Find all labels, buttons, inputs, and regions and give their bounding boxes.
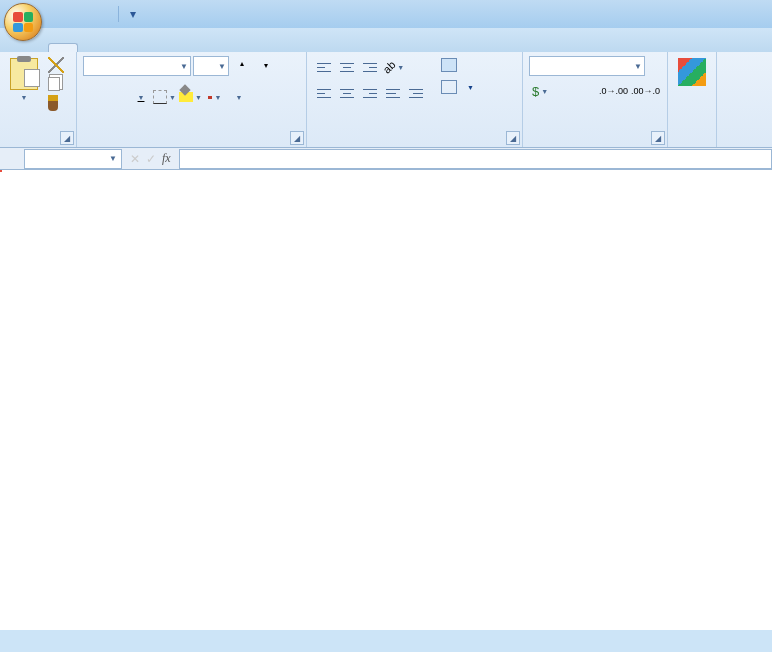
fx-button[interactable]: fx: [162, 151, 171, 166]
wrap-text-button[interactable]: [437, 56, 478, 74]
cancel-icon: ✕: [130, 152, 140, 166]
increase-indent-icon: [408, 86, 424, 100]
name-box[interactable]: ▼: [24, 149, 122, 169]
orientation-icon: ab: [381, 58, 398, 75]
office-button[interactable]: [4, 3, 42, 41]
align-bottom-icon: [362, 60, 378, 74]
increase-decimal-button[interactable]: .0→.00: [598, 80, 629, 102]
font-dialog-launcher[interactable]: ◢: [290, 131, 304, 145]
tab-formula[interactable]: [134, 44, 162, 52]
undo-button[interactable]: [72, 4, 92, 24]
align-top-icon: [316, 60, 332, 74]
tab-view[interactable]: [218, 44, 246, 52]
tab-home[interactable]: [48, 43, 78, 52]
align-right-button[interactable]: [359, 82, 381, 104]
italic-button[interactable]: [106, 86, 128, 108]
decrease-indent-button[interactable]: [382, 82, 404, 104]
border-button[interactable]: ▼: [152, 86, 177, 108]
redo-button[interactable]: [94, 4, 114, 24]
ribbon: ▼ ◢ ▼ ▼ ▴ ▾ ▼ ▼ ▼ ▼: [0, 52, 772, 148]
ribbon-tabs: [0, 28, 772, 52]
bold-button[interactable]: [83, 86, 105, 108]
border-icon: [153, 90, 167, 104]
tab-data[interactable]: [162, 44, 190, 52]
fill-color-button[interactable]: ▼: [178, 86, 203, 108]
clipboard-dialog-launcher[interactable]: ◢: [60, 131, 74, 145]
underline-button[interactable]: ▼: [129, 86, 151, 108]
cut-button[interactable]: [46, 56, 70, 74]
enter-icon: ✓: [146, 152, 156, 166]
grow-font-button[interactable]: ▴: [231, 56, 253, 78]
group-label: [83, 141, 300, 145]
decrease-indent-icon: [385, 86, 401, 100]
format-painter-button[interactable]: [46, 94, 70, 112]
separator: [118, 6, 119, 22]
align-center-icon: [339, 86, 355, 100]
copy-icon: [48, 77, 60, 91]
group-label: [529, 141, 661, 145]
fill-icon: [179, 92, 193, 102]
copy-button[interactable]: [46, 76, 70, 92]
align-left-button[interactable]: [313, 82, 335, 104]
shrink-font-button[interactable]: ▾: [255, 56, 277, 78]
align-right-icon: [362, 86, 378, 100]
phonetic-button[interactable]: ▼: [227, 86, 249, 108]
align-top-button[interactable]: [313, 56, 335, 78]
group-label: [313, 141, 516, 145]
quick-access-toolbar: ▾: [50, 4, 143, 24]
tab-layout[interactable]: [106, 44, 134, 52]
dec-dec-icon: .00→.0: [631, 86, 660, 96]
formula-bar: ▼ ✕ ✓ fx: [0, 148, 772, 170]
group-alignment: ab▼ ▼ ◢: [307, 52, 523, 147]
paste-icon: [10, 58, 38, 90]
percent-button[interactable]: [552, 80, 574, 102]
currency-icon: $: [532, 84, 539, 99]
group-number: ▼ $▼ .0→.00 .00→.0 ◢: [523, 52, 668, 147]
tab-insert[interactable]: [78, 44, 106, 52]
annotation-box: [0, 170, 2, 172]
font-name-combo[interactable]: ▼: [83, 56, 191, 76]
align-middle-button[interactable]: [336, 56, 358, 78]
align-middle-icon: [339, 60, 355, 74]
title-bar: ▾: [0, 0, 772, 28]
align-bottom-button[interactable]: [359, 56, 381, 78]
save-button[interactable]: [50, 4, 70, 24]
inc-dec-icon: .0→.00: [599, 86, 628, 96]
increase-indent-button[interactable]: [405, 82, 427, 104]
currency-button[interactable]: $▼: [529, 80, 551, 102]
font-color-button[interactable]: ▼: [204, 86, 226, 108]
number-format-combo[interactable]: ▼: [529, 56, 645, 76]
group-clipboard: ▼ ◢: [0, 52, 77, 147]
qat-customize[interactable]: ▾: [123, 4, 143, 24]
formula-input[interactable]: [179, 149, 772, 169]
font-size-combo[interactable]: ▼: [193, 56, 229, 76]
align-center-button[interactable]: [336, 82, 358, 104]
wrap-icon: [441, 58, 457, 72]
number-dialog-launcher[interactable]: ◢: [651, 131, 665, 145]
comma-button[interactable]: [575, 80, 597, 102]
merge-icon: [441, 80, 457, 94]
cut-icon: [48, 57, 64, 73]
merge-center-button[interactable]: ▼: [437, 78, 478, 96]
cond-format-icon: [678, 58, 706, 86]
align-dialog-launcher[interactable]: ◢: [506, 131, 520, 145]
conditional-format-button[interactable]: [674, 56, 710, 90]
decrease-decimal-button[interactable]: .00→.0: [630, 80, 661, 102]
tab-review[interactable]: [190, 44, 218, 52]
align-left-icon: [316, 86, 332, 100]
group-styles: [668, 52, 717, 147]
group-font: ▼ ▼ ▴ ▾ ▼ ▼ ▼ ▼ ▼ ◢: [77, 52, 307, 147]
brush-icon: [48, 95, 58, 111]
paste-button[interactable]: ▼: [6, 56, 42, 103]
worksheet-grid[interactable]: [0, 170, 772, 630]
orientation-button[interactable]: ab▼: [382, 56, 405, 78]
fontcolor-icon: [208, 96, 212, 99]
